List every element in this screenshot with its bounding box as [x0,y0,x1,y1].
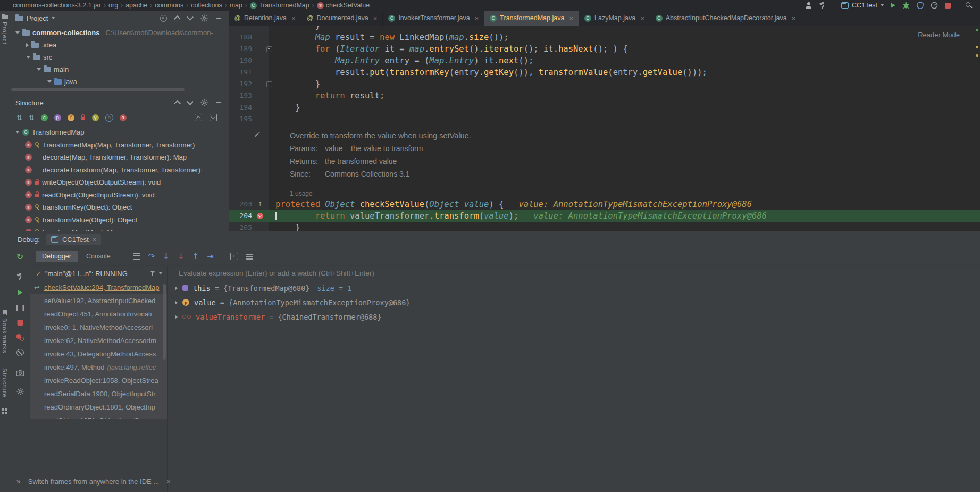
breadcrumb-item[interactable]: map [230,2,242,9]
breadcrumb-item[interactable]: org [108,2,118,9]
code-text[interactable]: protected Object checkSetValue(Object va… [272,198,752,210]
gutter[interactable] [255,66,266,78]
fold-gutter[interactable] [266,26,272,31]
fold-gutter[interactable] [266,210,272,222]
gutter[interactable] [255,55,266,66]
show-annotations-icon[interactable]: a [120,114,127,121]
editor-body[interactable]: Reader Mode }188 Map result = new Linked… [229,26,980,231]
structure-member[interactable]: mtransformValue(Object): Object [10,214,229,227]
thread-dump-camera-icon[interactable] [16,370,24,376]
gutter[interactable] [255,222,266,231]
sort-alphabetically-icon[interactable]: ⇅ [16,114,22,121]
step-out-icon[interactable]: ↑ [192,253,199,261]
close-tab-icon[interactable]: × [640,15,644,22]
code-text[interactable]: Map.Entry entry = (Map.Entry) it.next(); [272,55,533,66]
fold-gutter[interactable] [266,66,272,78]
line-number[interactable]: 190 [229,55,255,66]
chevron-down-icon[interactable] [52,17,55,19]
line-number[interactable]: 188 [229,31,255,43]
debug-view-tab-console[interactable]: Console [80,251,117,262]
debug-settings-icon[interactable] [246,254,253,260]
debug-session-tab[interactable]: CC1Test × [46,234,101,245]
structure-member[interactable]: mTransformedMap(Map, Transformer, Transf… [10,139,229,152]
usage-hint[interactable]: 1 usage [290,189,980,198]
fold-gutter[interactable] [266,55,272,66]
project-tree-item[interactable]: src [10,51,229,63]
chevron-right-icon[interactable] [175,301,178,305]
fold-gutter[interactable] [266,90,272,102]
evaluate-expression-input[interactable]: Evaluate expression (Enter) or add a wat… [168,266,980,281]
stack-frame[interactable]: invoke:62, NativeMethodAccessorIm [30,334,167,347]
coverage-shield-icon[interactable] [917,2,924,9]
line-number[interactable]: 191 [229,66,255,78]
sort-by-visibility-icon[interactable]: ⇅ [29,114,35,121]
breakpoint-icon[interactable] [257,213,263,219]
structure-member[interactable]: mdecorateTransform(Map, Transformer, Tra… [10,164,229,177]
close-hint-icon[interactable]: × [166,478,171,485]
gutter[interactable] [255,43,266,55]
editor-tab[interactable]: CLazyMap.java× [579,11,650,26]
gutter[interactable] [255,102,266,113]
project-tree-item[interactable]: .idea [10,39,229,51]
error-stripe-mark[interactable] [976,46,978,48]
editor-tab[interactable]: @Retention.java× [229,11,301,26]
mute-breakpoints-icon[interactable] [16,349,24,356]
run-button[interactable] [891,3,895,8]
structure-member[interactable]: mdecorate(Map, Transformer, Transformer)… [10,151,229,164]
line-number[interactable] [229,26,255,31]
line-number[interactable]: 193 [229,90,255,102]
line-number[interactable]: 203 [229,198,255,210]
show-lambdas-icon[interactable]: y [92,114,99,121]
chevron-right-icon[interactable] [175,286,178,290]
fold-icon[interactable] [266,81,272,87]
show-fields-icon[interactable]: f [68,114,74,121]
expand-all-icon[interactable] [195,114,202,121]
code-area[interactable]: }188 Map result = new LinkedMap(map.size… [229,26,980,231]
show-properties-icon[interactable]: p [54,114,61,121]
code-text[interactable]: for (Iterator it = map.entrySet().iterat… [272,43,628,55]
breadcrumb-item[interactable]: CTransformedMap [250,2,309,9]
gutter[interactable] [255,210,266,222]
chevron-down-icon[interactable] [15,31,20,34]
pause-icon[interactable] [16,305,24,311]
stack-frame[interactable]: readSerialData:1900, ObjectInputStr [30,387,167,401]
hammer-icon[interactable] [16,273,24,281]
close-tab-icon[interactable]: × [291,15,296,22]
collapse-all-icon[interactable] [187,14,194,21]
chevron-down-icon[interactable] [26,56,30,59]
gutter[interactable] [255,90,266,102]
gutter[interactable] [255,113,266,125]
project-tree-item[interactable]: main [10,63,229,76]
code-text[interactable]: } [272,222,300,231]
code-text[interactable]: } [272,26,320,31]
rerun-icon[interactable]: ↻ [16,253,23,261]
close-tab-icon[interactable]: × [792,15,796,22]
debug-view-tab-debugger[interactable]: Debugger [36,251,78,262]
reader-mode-label[interactable]: Reader Mode [918,31,960,39]
run-to-cursor-icon[interactable]: ⇥ [207,253,214,261]
line-number[interactable]: 205 [229,222,255,231]
thread-selector[interactable]: ✓ "main"@1 i...n": RUNNING [30,266,167,281]
stack-frame[interactable]: invoke:43, DelegatingMethodAccess [30,347,167,361]
fold-gutter[interactable] [266,31,272,43]
funnel-icon[interactable] [150,271,155,276]
code-text[interactable]: return valueTransformer.transform(value)… [272,210,767,222]
stripe-button-structure[interactable]: Structure [0,368,10,398]
close-tab-icon[interactable]: × [373,15,378,22]
fold-gutter[interactable] [266,102,272,113]
stack-frame[interactable]: invoke0:-1, NativeMethodAccessorI [30,321,167,334]
stack-frame[interactable]: invoke:497, Method(java.lang.reflec [30,361,167,374]
show-anonymous-icon[interactable]: o [105,114,113,122]
variable-row[interactable]: valueTransformer = {ChainedTransformer@6… [168,310,980,324]
fold-gutter[interactable] [266,78,272,90]
stop-button[interactable] [945,3,951,9]
project-tree-item[interactable]: common-collectionsC:\Users\root\Download… [10,27,229,39]
edit-javadoc-pencil-icon[interactable] [254,131,260,138]
project-tree-item[interactable]: java [10,76,229,88]
hide-panel-icon[interactable] [216,18,221,19]
editor-tab[interactable]: @Documented.java× [301,11,383,26]
variable-row[interactable]: this = {TransformedMap@680}size = 1 [168,281,980,295]
horizontal-scrollbar[interactable] [11,88,185,91]
line-number[interactable]: 195 [229,113,255,125]
chevron-down-icon[interactable] [47,80,52,83]
